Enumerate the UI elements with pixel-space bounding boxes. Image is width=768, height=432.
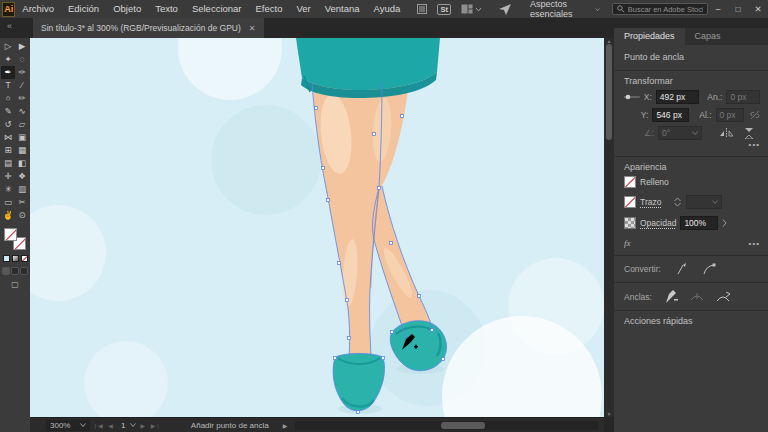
remove-anchor-icon[interactable] — [664, 290, 678, 303]
perspective-grid-tool[interactable]: ▦ — [15, 144, 29, 157]
horizontal-scrollbar[interactable] — [295, 421, 598, 430]
document-tab[interactable]: Sin título-3* al 300% (RGB/Previsualizac… — [33, 18, 264, 38]
workspace-switcher-icon[interactable] — [461, 4, 482, 14]
pencil-tool[interactable]: ✎ — [1, 105, 15, 118]
opacity-input[interactable]: 100% — [680, 216, 718, 230]
canvas-artboard[interactable] — [30, 38, 604, 417]
next-artboard-icon[interactable]: ▶ ▶| — [140, 422, 160, 429]
convert-to-corner-icon[interactable] — [675, 263, 688, 275]
transform-more-options[interactable]: ••• — [624, 140, 760, 149]
shape-builder-tool[interactable]: ⊞ — [1, 144, 15, 157]
opacity-label[interactable]: Opacidad — [640, 218, 676, 228]
join-paths-icon[interactable] — [716, 291, 731, 303]
curvature-tool[interactable]: ✑ — [15, 66, 29, 79]
share-icon[interactable] — [499, 4, 511, 15]
opacity-swatch[interactable] — [624, 217, 636, 229]
y-input[interactable]: 546 px — [652, 108, 689, 122]
width-tool[interactable]: ⋈ — [1, 131, 15, 144]
none-button[interactable] — [21, 255, 28, 262]
gradient-button[interactable] — [12, 255, 19, 262]
fx-button[interactable]: fx — [624, 238, 631, 248]
minimize-button[interactable]: – — [708, 0, 728, 18]
angle-dropdown: 0° — [658, 126, 702, 140]
magic-wand-tool[interactable]: ✦ — [1, 53, 15, 66]
line-segment-tool[interactable]: ∕ — [15, 79, 29, 92]
scale-tool[interactable]: ▱ — [15, 118, 29, 131]
pen-tool[interactable]: ✒ — [1, 66, 15, 79]
paintbrush-tool[interactable]: ✏ — [15, 92, 29, 105]
status-options-icon[interactable]: ▶ — [283, 422, 288, 429]
free-transform-tool[interactable]: ▣ — [15, 131, 29, 144]
reference-point-widget[interactable] — [624, 92, 640, 102]
type-tool[interactable]: T — [1, 79, 15, 92]
symbol-sprayer-tool[interactable]: ✳ — [1, 183, 15, 196]
shaper-tool[interactable]: ∿ — [15, 105, 29, 118]
cut-path-icon[interactable] — [690, 291, 704, 303]
convert-to-smooth-icon[interactable] — [702, 263, 716, 275]
stroke-weight-stepper[interactable] — [673, 197, 682, 207]
workspace-label[interactable]: Aspectos esenciales — [530, 0, 592, 19]
collapse-tools-icon[interactable]: « — [7, 21, 12, 31]
appearance-section: Apariencia Relleno Trazo Opacidad 100% f… — [614, 157, 768, 256]
eyedropper-tool[interactable]: ✛ — [1, 170, 15, 183]
adobe-stock-search-input[interactable]: Buscar en Adobe Stock — [612, 3, 708, 15]
menu-archivo[interactable]: Archivo — [15, 0, 61, 18]
flip-vertical-icon[interactable] — [743, 128, 755, 139]
flip-horizontal-icon[interactable] — [720, 128, 733, 138]
first-artboard-icon[interactable]: |◀ ◀ — [94, 422, 114, 429]
horizontal-scrollbar-thumb[interactable] — [441, 422, 485, 429]
adobe-stock-icon[interactable]: St — [437, 4, 451, 15]
menu-edicion[interactable]: Edición — [61, 0, 106, 18]
menu-texto[interactable]: Texto — [148, 0, 185, 18]
x-input[interactable]: 492 px — [656, 90, 699, 104]
zoom-level-dropdown[interactable]: 300% — [46, 420, 90, 431]
menu-seleccionar[interactable]: Seleccionar — [185, 0, 249, 18]
menu-efecto[interactable]: Efecto — [249, 0, 290, 18]
draw-normal-button[interactable] — [2, 267, 10, 275]
stroke-label[interactable]: Trazo — [640, 197, 661, 207]
color-button[interactable] — [3, 255, 10, 262]
vertical-scrollbar[interactable]: ▲ ▼ — [604, 38, 614, 417]
lasso-tool[interactable]: ◌ — [15, 53, 29, 66]
stock-badge-label: St — [437, 4, 451, 15]
workspace-caret-icon[interactable] — [595, 7, 600, 12]
document-tab-close-icon[interactable]: ✕ — [249, 24, 256, 33]
rotate-tool[interactable]: ↺ — [1, 118, 15, 131]
arrange-documents-icon[interactable] — [417, 4, 427, 14]
draw-behind-button[interactable] — [11, 267, 19, 275]
artboard-number[interactable]: 1 — [121, 421, 125, 430]
menu-ventana[interactable]: Ventana — [318, 0, 367, 18]
screen-mode-icon[interactable]: ▢ — [11, 280, 19, 289]
ellipse-tool[interactable]: ○ — [1, 92, 15, 105]
vertical-scrollbar-thumb[interactable] — [606, 44, 612, 140]
fill-stroke-indicator[interactable] — [4, 228, 26, 250]
menu-ver[interactable]: Ver — [289, 0, 317, 18]
menu-objeto[interactable]: Objeto — [106, 0, 148, 18]
menu-ayuda[interactable]: Ayuda — [367, 0, 408, 18]
draw-inside-button[interactable] — [20, 267, 28, 275]
selection-tool[interactable]: ▷ — [1, 40, 15, 53]
fill-swatch-none[interactable] — [4, 228, 17, 241]
tab-propiedades[interactable]: Propiedades — [614, 28, 685, 45]
tab-capas[interactable]: Capas — [685, 28, 731, 45]
width-label: An.: — [707, 92, 722, 102]
titlebar: Ai Archivo Edición Objeto Texto Seleccio… — [0, 0, 768, 18]
appearance-more-options[interactable]: ••• — [635, 239, 761, 248]
blend-tool[interactable]: ❖ — [15, 170, 29, 183]
artboard-tool[interactable]: ▭ — [1, 196, 15, 209]
close-button[interactable]: ✕ — [748, 0, 768, 18]
stroke-color-swatch[interactable] — [624, 196, 636, 208]
artboard-caret-icon[interactable] — [130, 423, 136, 427]
column-graph-tool[interactable]: ▥ — [15, 183, 29, 196]
zoom-tool[interactable]: ⊙ — [15, 209, 29, 222]
quick-actions-section: Acciones rápidas — [614, 311, 768, 337]
slice-tool[interactable]: ✂ — [15, 196, 29, 209]
maximize-button[interactable]: □ — [728, 0, 748, 18]
direct-selection-tool[interactable]: ▶ — [15, 40, 29, 53]
gradient-tool[interactable]: ◧ — [15, 157, 29, 170]
opacity-chevron-icon[interactable] — [722, 219, 727, 227]
fill-color-swatch[interactable] — [624, 176, 636, 188]
scroll-down-icon[interactable]: ▼ — [604, 411, 614, 417]
hand-tool[interactable]: ✌ — [1, 209, 15, 222]
mesh-tool[interactable]: ▤ — [1, 157, 15, 170]
